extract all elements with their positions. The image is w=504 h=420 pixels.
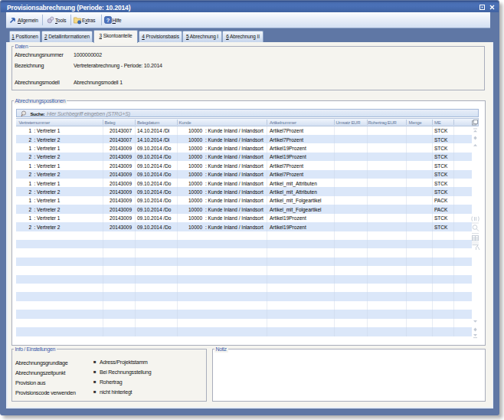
svg-text:?: ? [106, 17, 110, 24]
